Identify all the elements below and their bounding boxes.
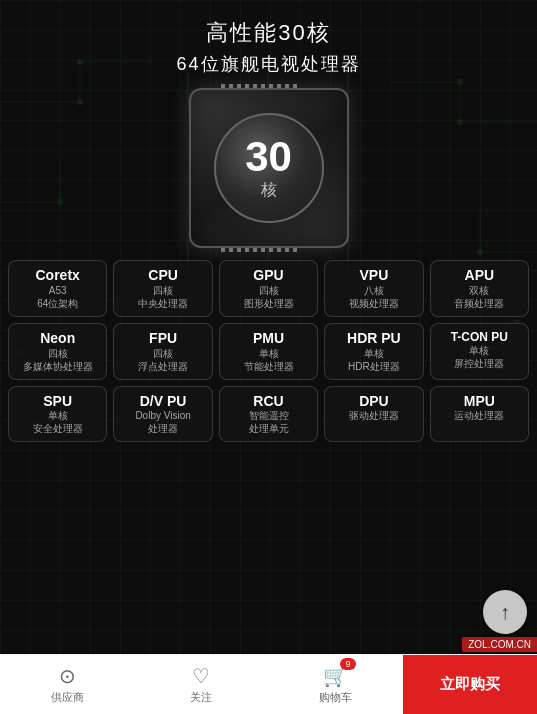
proc-row-1: Coretx A53 64位架构 CPU 四核 中央处理器 GPU 四核 图形处… bbox=[8, 260, 529, 317]
nav-supplier[interactable]: ⊙ 供应商 bbox=[0, 655, 134, 714]
heart-icon: ♡ bbox=[192, 664, 210, 688]
supplier-icon: ⊙ bbox=[59, 664, 76, 688]
proc-mpu[interactable]: MPU 运动处理器 bbox=[430, 386, 529, 443]
chip-circle: 30 核 bbox=[214, 113, 324, 223]
header-line2: 64位旗舰电视处理器 bbox=[0, 52, 537, 76]
arrow-up-icon: ↑ bbox=[500, 601, 510, 624]
proc-gpu[interactable]: GPU 四核 图形处理器 bbox=[219, 260, 318, 317]
proc-hdrpu[interactable]: HDR PU 单核 HDR处理器 bbox=[324, 323, 423, 380]
cart-badge-count: 9 bbox=[340, 658, 356, 670]
processor-chip: 30 核 bbox=[189, 88, 349, 248]
nav-supplier-label: 供应商 bbox=[51, 690, 84, 705]
header-line1: 高性能30核 bbox=[0, 18, 537, 48]
header: 高性能30核 64位旗舰电视处理器 bbox=[0, 0, 537, 76]
proc-dpu[interactable]: DPU 驱动处理器 bbox=[324, 386, 423, 443]
nav-buy-now[interactable]: 立即购买 bbox=[403, 655, 537, 714]
svg-point-17 bbox=[457, 79, 463, 85]
proc-coretx[interactable]: Coretx A53 64位架构 bbox=[8, 260, 107, 317]
chip-number: 30 bbox=[245, 136, 292, 178]
proc-tconpu[interactable]: T-CON PU 单核 屏控处理器 bbox=[430, 323, 529, 380]
proc-row-2: Neon 四核 多媒体协处理器 FPU 四核 浮点处理器 PMU 单核 节能处理… bbox=[8, 323, 529, 380]
nav-buy-label: 立即购买 bbox=[440, 675, 500, 694]
nav-cart[interactable]: 🛒9 购物车 bbox=[269, 655, 403, 714]
chip-unit: 核 bbox=[261, 180, 277, 201]
nav-cart-label: 购物车 bbox=[319, 690, 352, 705]
proc-vpu[interactable]: VPU 八核 视频处理器 bbox=[324, 260, 423, 317]
cart-icon: 🛒9 bbox=[323, 664, 348, 688]
proc-pmu[interactable]: PMU 单核 节能处理器 bbox=[219, 323, 318, 380]
nav-favorites[interactable]: ♡ 关注 bbox=[134, 655, 268, 714]
proc-row-3: SPU 单核 安全处理器 D/V PU Dolby Vision 处理器 RCU… bbox=[8, 386, 529, 443]
scroll-up-button[interactable]: ↑ bbox=[483, 590, 527, 634]
proc-rcu[interactable]: RCU 智能遥控 处理单元 bbox=[219, 386, 318, 443]
bottom-nav: ⊙ 供应商 ♡ 关注 🛒9 购物车 立即购买 bbox=[0, 654, 537, 714]
proc-fpu[interactable]: FPU 四核 浮点处理器 bbox=[113, 323, 212, 380]
proc-cpu[interactable]: CPU 四核 中央处理器 bbox=[113, 260, 212, 317]
proc-apu[interactable]: APU 双核 音频处理器 bbox=[430, 260, 529, 317]
nav-favorites-label: 关注 bbox=[190, 690, 212, 705]
proc-neon[interactable]: Neon 四核 多媒体协处理器 bbox=[8, 323, 107, 380]
processors-section: Coretx A53 64位架构 CPU 四核 中央处理器 GPU 四核 图形处… bbox=[0, 248, 537, 456]
proc-spu[interactable]: SPU 单核 安全处理器 bbox=[8, 386, 107, 443]
watermark: ZOL.COM.CN bbox=[462, 637, 537, 652]
chip-container: 30 核 bbox=[0, 88, 537, 248]
proc-dvpu[interactable]: D/V PU Dolby Vision 处理器 bbox=[113, 386, 212, 443]
